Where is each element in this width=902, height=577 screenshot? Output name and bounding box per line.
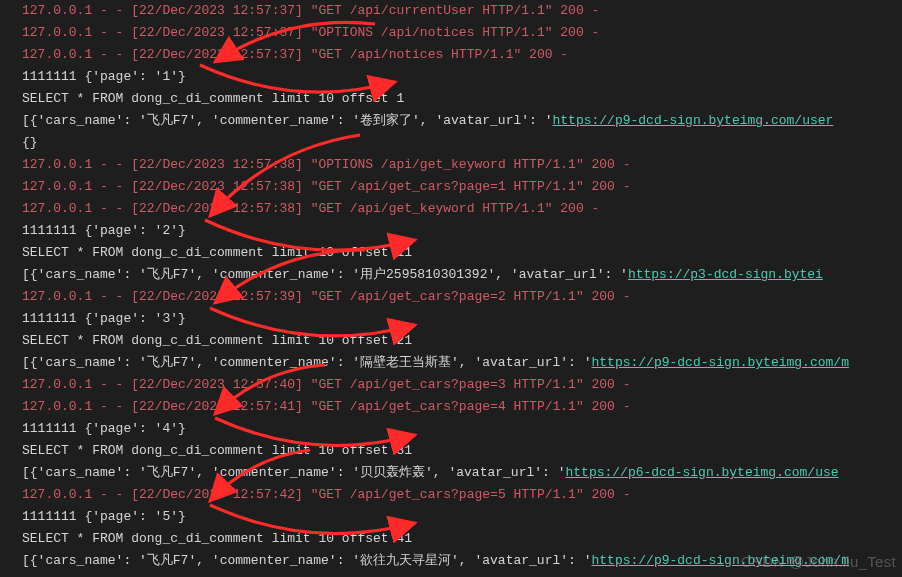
record-prefix: [{'cars_name': '飞凡F7', 'commenter_name':… [22,355,591,370]
console-line: SELECT * FROM dong_c_di_comment limit 10… [22,440,902,462]
console-line: 127.0.0.1 - - [22/Dec/2023 12:57:38] "OP… [22,154,902,176]
console-line: 1111111 {'page': '5'} [22,506,902,528]
console-line: 127.0.0.1 - - [22/Dec/2023 12:57:41] "GE… [22,396,902,418]
http-request-line: 127.0.0.1 - - [22/Dec/2023 12:57:37] "GE… [22,3,599,18]
http-request-line: 127.0.0.1 - - [22/Dec/2023 12:57:40] "GE… [22,377,631,392]
record-prefix: [{'cars_name': '飞凡F7', 'commenter_name':… [22,465,565,480]
record-prefix: [{'cars_name': '飞凡F7', 'commenter_name':… [22,267,628,282]
console-line: 127.0.0.1 - - [22/Dec/2023 12:57:38] "GE… [22,176,902,198]
http-request-line: 127.0.0.1 - - [22/Dec/2023 12:57:38] "GE… [22,201,599,216]
console-line: SELECT * FROM dong_c_di_comment limit 10… [22,242,902,264]
console-line: 1111111 {'page': '2'} [22,220,902,242]
record-url[interactable]: https://p9-dcd-sign.byteimg.com/m [591,355,848,370]
console-line: [{'cars_name': '飞凡F7', 'commenter_name':… [22,352,902,374]
record-prefix: [{'cars_name': '飞凡F7', 'commenter_name':… [22,553,591,568]
console-line: {} [22,132,902,154]
console-line: [{'cars_name': '飞凡F7', 'commenter_name':… [22,110,902,132]
console-output: 127.0.0.1 - - [22/Dec/2023 12:57:37] "GE… [22,0,902,572]
http-request-line: 127.0.0.1 - - [22/Dec/2023 12:57:42] "GE… [22,487,631,502]
http-request-line: 127.0.0.1 - - [22/Dec/2023 12:57:39] "GE… [22,289,631,304]
console-line: 127.0.0.1 - - [22/Dec/2023 12:57:40] "GE… [22,374,902,396]
record-prefix: [{'cars_name': '飞凡F7', 'commenter_name':… [22,113,552,128]
record-url[interactable]: https://p9-dcd-sign.byteimg.com/user [552,113,833,128]
console-line: [{'cars_name': '飞凡F7', 'commenter_name':… [22,550,902,572]
http-request-line: 127.0.0.1 - - [22/Dec/2023 12:57:37] "OP… [22,25,599,40]
console-line: 127.0.0.1 - - [22/Dec/2023 12:57:37] "OP… [22,22,902,44]
record-url[interactable]: https://p3-dcd-sign.bytei [628,267,823,282]
console-line: 1111111 {'page': '4'} [22,418,902,440]
console-line: SELECT * FROM dong_c_di_comment limit 10… [22,330,902,352]
console-line: 127.0.0.1 - - [22/Dec/2023 12:57:39] "GE… [22,286,902,308]
http-request-line: 127.0.0.1 - - [22/Dec/2023 12:57:41] "GE… [22,399,631,414]
console-line: [{'cars_name': '飞凡F7', 'commenter_name':… [22,264,902,286]
record-url[interactable]: https://p6-dcd-sign.byteimg.com/use [565,465,838,480]
http-request-line: 127.0.0.1 - - [22/Dec/2023 12:57:38] "OP… [22,157,631,172]
record-url[interactable]: https://p9-dcd-sign.byteimg.com/m [591,553,848,568]
console-line: 127.0.0.1 - - [22/Dec/2023 12:57:37] "GE… [22,0,902,22]
http-request-line: 127.0.0.1 - - [22/Dec/2023 12:57:38] "GE… [22,179,631,194]
console-line: 127.0.0.1 - - [22/Dec/2023 12:57:37] "GE… [22,44,902,66]
console-line: SELECT * FROM dong_c_di_comment limit 10… [22,528,902,550]
http-request-line: 127.0.0.1 - - [22/Dec/2023 12:57:37] "GE… [22,47,568,62]
console-line: 127.0.0.1 - - [22/Dec/2023 12:57:42] "GE… [22,484,902,506]
console-line: 1111111 {'page': '1'} [22,66,902,88]
console-line: [{'cars_name': '飞凡F7', 'commenter_name':… [22,462,902,484]
console-line: 1111111 {'page': '3'} [22,308,902,330]
console-line: 127.0.0.1 - - [22/Dec/2023 12:57:38] "GE… [22,198,902,220]
console-line: SELECT * FROM dong_c_di_comment limit 10… [22,88,902,110]
